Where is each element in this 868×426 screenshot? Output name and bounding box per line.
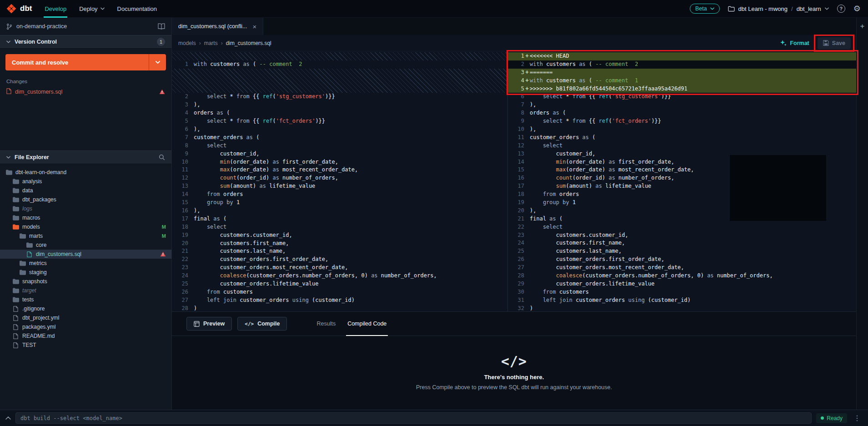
tree-item-models[interactable]: modelsM (0, 222, 171, 231)
left-line-19[interactable]: 19 customers.customer_id, (172, 231, 507, 240)
tree-item-dbt-learn-on-demand[interactable]: dbt-learn-on-demand (0, 168, 171, 177)
right-line-30[interactable]: 30 from customers (508, 288, 856, 296)
right-line-3[interactable]: 3+======= (508, 69, 856, 77)
beta-badge[interactable]: Beta (690, 4, 720, 14)
right-line-20[interactable]: 20), (508, 207, 856, 215)
format-button[interactable]: Format (780, 40, 809, 46)
left-line-9[interactable]: 9 customer_id, (172, 150, 507, 158)
nav-deploy[interactable]: Deploy (79, 0, 104, 18)
tree-item-macros[interactable]: macros (0, 213, 171, 222)
chevron-up-icon[interactable] (5, 416, 11, 420)
settings-gear-icon[interactable]: ⚙ (853, 5, 861, 13)
chevron-down-icon[interactable] (149, 54, 166, 70)
right-line-26[interactable]: 26 customer_orders.first_order_date, (508, 256, 856, 264)
right-line-15[interactable]: 15 max(order_date) as most_recent_order_… (508, 166, 856, 174)
right-line-18[interactable]: 18 from orders (508, 190, 856, 199)
left-line-13[interactable]: 13 sum(amount) as lifetime_value (172, 182, 507, 190)
left-line-22[interactable]: 22 customer_orders.first_order_date, (172, 256, 507, 264)
right-line-9[interactable]: 9 select * from {{ ref('fct_orders')}} (508, 117, 856, 125)
tree-item-core[interactable]: core (0, 241, 171, 250)
right-line-23[interactable]: 23 customers.customer_id, (508, 231, 856, 240)
right-line-2[interactable]: 2with customers as ( -- comment 2 (508, 60, 856, 69)
left-line-5[interactable]: 5 select * from {{ ref('fct_orders')}} (172, 117, 507, 125)
breadcrumb-item[interactable]: marts (204, 40, 218, 46)
left-line-17[interactable]: 17final as ( (172, 215, 507, 223)
breadcrumb-item[interactable]: models (178, 40, 196, 46)
right-line-24[interactable]: 24 customers.first_name, (508, 239, 856, 247)
nav-documentation[interactable]: Documentation (117, 0, 157, 18)
left-line-20[interactable]: 20 customers.first_name, (172, 240, 507, 248)
reader-mode-icon[interactable] (158, 23, 165, 30)
left-line-26[interactable]: 26 from customers (172, 288, 507, 296)
left-line-8[interactable]: 8 select (172, 142, 507, 150)
left-line-15[interactable]: 15 group by 1 (172, 199, 507, 207)
left-line-2[interactable]: 2 select * from {{ ref('stg_customers')}… (172, 93, 507, 101)
left-line-6[interactable]: 6), (172, 125, 507, 134)
right-line-19[interactable]: 19 group by 1 (508, 199, 856, 207)
left-line-27[interactable]: 27 left join customer_orders using (cust… (172, 296, 507, 305)
tree-item-target[interactable]: target (0, 286, 171, 295)
tab-dim-customers-sql[interactable]: dim_customers.sql (confli... × (172, 18, 263, 35)
tree-item-logs[interactable]: logs (0, 204, 171, 213)
commit-and-resolve-button[interactable]: Commit and resolve (5, 54, 166, 70)
tree-item-dbt-packages[interactable]: dbt_packages (0, 195, 171, 204)
right-line-22[interactable]: 22 select (508, 223, 856, 231)
right-line-31[interactable]: 31 left join customer_orders using (cust… (508, 296, 856, 305)
left-line-23[interactable]: 23 customer_orders.most_recent_order_dat… (172, 264, 507, 272)
right-line-32[interactable]: 32) (508, 305, 856, 311)
tree-item-analysis[interactable]: analysis (0, 177, 171, 186)
right-line-21[interactable]: 21final as ( (508, 215, 856, 223)
right-line-27[interactable]: 27 customer_orders.most_recent_order_dat… (508, 264, 856, 272)
right-line-8[interactable]: 8orders as ( (508, 109, 856, 117)
tree-item-dim-customers-sql[interactable]: dim_customers.sql (0, 250, 171, 259)
tree-item-readme-md[interactable]: README.md (0, 331, 171, 341)
branch-selector[interactable]: on-demand-practice (0, 18, 171, 35)
left-line-4[interactable]: 4orders as ( (172, 109, 507, 117)
tree-item-data[interactable]: data (0, 186, 171, 195)
file-explorer-header[interactable]: File Explorer (0, 150, 171, 164)
right-line-7[interactable]: 7), (508, 101, 856, 109)
nav-develop[interactable]: Develop (45, 0, 66, 18)
left-line-16[interactable]: 16), (172, 207, 507, 215)
left-line-21[interactable]: 21 customers.last_name, (172, 247, 507, 256)
right-line-1[interactable]: 1+<<<<<<< HEAD (508, 52, 856, 60)
version-control-header[interactable]: Version Control 1 (0, 35, 171, 49)
editor-pane-left[interactable]: 1with customers as ( -- comment 22 selec… (172, 51, 508, 311)
right-line-25[interactable]: 25 customers.last_name, (508, 247, 856, 256)
add-icon[interactable]: + (860, 22, 865, 30)
search-icon[interactable] (159, 154, 165, 160)
left-line-28[interactable]: 28) (172, 305, 507, 311)
tree-item-staging[interactable]: staging (0, 268, 171, 277)
tree-item-packages-yml[interactable]: packages.yml (0, 322, 171, 331)
left-line-7[interactable]: 7customer_orders as ( (172, 134, 507, 142)
preview-button[interactable]: Preview (186, 317, 232, 331)
tree-item-metrics[interactable]: metrics (0, 259, 171, 268)
right-line-4[interactable]: 4+with customers as ( -- comment 1 (508, 77, 856, 85)
left-line-24[interactable]: 24 coalesce(customer_orders.number_of_or… (172, 272, 507, 280)
save-button[interactable]: Save (818, 37, 851, 49)
left-line-3[interactable]: 3), (172, 101, 507, 109)
tree-item-dbt-project-yml[interactable]: dbt_project.yml (0, 313, 171, 322)
tree-item-tests[interactable]: tests (0, 295, 171, 304)
tree-item-gitignore[interactable]: .gitignore (0, 304, 171, 313)
close-icon[interactable]: × (252, 23, 256, 30)
left-line-1[interactable]: 1with customers as ( -- comment 2 (172, 60, 507, 69)
tab-compiled-code[interactable]: Compiled Code (341, 312, 392, 336)
tree-item-test[interactable]: TEST (0, 341, 171, 350)
left-line-14[interactable]: 14 from orders (172, 190, 507, 199)
right-line-13[interactable]: 13 customer_id, (508, 150, 856, 158)
tab-results[interactable]: Results (311, 312, 341, 336)
project-selector[interactable]: dbt Learn - mwong / dbt_learn (728, 5, 829, 12)
right-line-17[interactable]: 17 sum(amount) as lifetime_value (508, 182, 856, 190)
changed-file-dim-customers-sql[interactable]: dim_customers.sql (0, 86, 171, 97)
left-line-18[interactable]: 18 select (172, 223, 507, 231)
right-line-29[interactable]: 29 customer_orders.lifetime_value (508, 280, 856, 288)
right-line-6[interactable]: 6 select * from {{ ref('stg_customers')}… (508, 93, 856, 101)
right-line-10[interactable]: 10), (508, 125, 856, 134)
right-line-12[interactable]: 12 select (508, 142, 856, 150)
left-line-10[interactable]: 10 min(order_date) as first_order_date, (172, 158, 507, 166)
right-line-16[interactable]: 16 count(order_id) as number_of_orders, (508, 174, 856, 182)
left-line-25[interactable]: 25 customer_orders.lifetime_value (172, 280, 507, 288)
kebab-menu-icon[interactable]: ⋮ (852, 414, 863, 422)
right-line-11[interactable]: 11customer_orders as ( (508, 134, 856, 142)
